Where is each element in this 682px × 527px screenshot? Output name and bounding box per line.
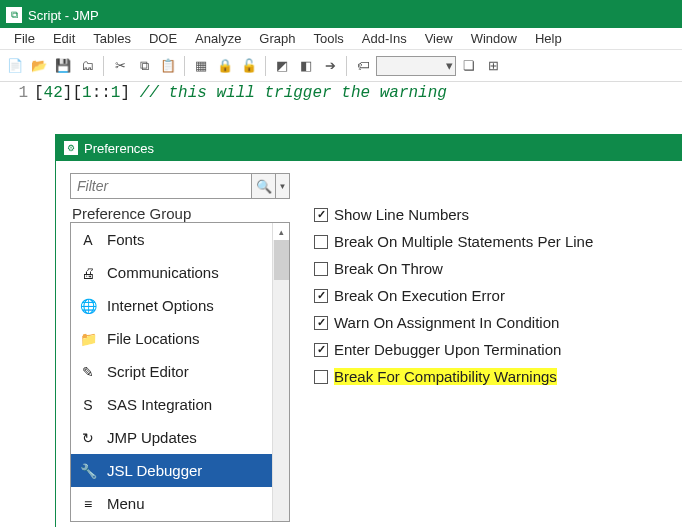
sidebar-item-label: File Locations (107, 330, 200, 347)
checkbox[interactable] (314, 208, 328, 222)
tool4-icon[interactable]: ❏ (458, 55, 480, 77)
tool3-icon[interactable]: ➔ (319, 55, 341, 77)
sidebar-item-label: Communications (107, 264, 219, 281)
tag-icon[interactable]: 🏷 (352, 55, 374, 77)
menu-icon: ≡ (77, 493, 99, 515)
sas-integration-icon: S (77, 394, 99, 416)
internet-options-icon: 🌐 (77, 295, 99, 317)
code-bracket-icon: ][ (63, 84, 82, 102)
scrollbar[interactable]: ▴ (272, 223, 289, 521)
tool1-icon[interactable]: ◩ (271, 55, 293, 77)
code-number: 1 (82, 84, 92, 102)
sidebar-item-file-locations[interactable]: 📁File Locations (71, 322, 272, 355)
code-number: 42 (44, 84, 63, 102)
option-break-on-multiple-statements-per-line[interactable]: Break On Multiple Statements Per Line (314, 228, 668, 255)
checkbox[interactable] (314, 343, 328, 357)
sidebar-item-jmp-updates[interactable]: ↻JMP Updates (71, 421, 272, 454)
option-label: Enter Debugger Upon Termination (334, 341, 561, 358)
menu-tables[interactable]: Tables (85, 30, 139, 47)
unlock-icon[interactable]: 🔓 (238, 55, 260, 77)
code-colon-icon: :: (92, 84, 111, 102)
app-icon: ⧉ (6, 7, 22, 23)
menu-edit[interactable]: Edit (45, 30, 83, 47)
code-bracket-icon: ] (120, 84, 139, 102)
sidebar-item-sas-integration[interactable]: SSAS Integration (71, 388, 272, 421)
option-label: Break For Compatibility Warnings (334, 368, 557, 385)
menu-window[interactable]: Window (463, 30, 525, 47)
window-title: Script - JMP (28, 8, 99, 23)
filter-input[interactable]: Filter (70, 173, 252, 199)
tool2-icon[interactable]: ◧ (295, 55, 317, 77)
menu-file[interactable]: File (6, 30, 43, 47)
sidebar-item-jsl-debugger[interactable]: 🔧JSL Debugger (71, 454, 272, 487)
option-break-on-throw[interactable]: Break On Throw (314, 255, 668, 282)
save-icon[interactable]: 💾 (52, 55, 74, 77)
checkbox[interactable] (314, 316, 328, 330)
communications-icon: 🖨 (77, 262, 99, 284)
sidebar-item-label: JMP Updates (107, 429, 197, 446)
save-all-icon[interactable]: 🗂 (76, 55, 98, 77)
preferences-titlebar: ⚙ Preferences (56, 135, 682, 161)
checkbox[interactable] (314, 235, 328, 249)
menu-help[interactable]: Help (527, 30, 570, 47)
option-label: Break On Multiple Statements Per Line (334, 233, 593, 250)
sidebar-item-label: Menu (107, 495, 145, 512)
toolbar-separator (346, 56, 347, 76)
option-label: Warn On Assignment In Condition (334, 314, 559, 331)
copy-icon[interactable]: ⧉ (133, 55, 155, 77)
toolbar-separator (103, 56, 104, 76)
option-break-on-execution-error[interactable]: Break On Execution Error (314, 282, 668, 309)
search-icon[interactable]: 🔍 (252, 173, 276, 199)
menu-addins[interactable]: Add-Ins (354, 30, 415, 47)
option-show-line-numbers[interactable]: Show Line Numbers (314, 201, 668, 228)
paste-icon[interactable]: 📋 (157, 55, 179, 77)
scroll-thumb[interactable] (274, 240, 289, 280)
jmp-updates-icon: ↻ (77, 427, 99, 449)
tool5-icon[interactable]: ⊞ (482, 55, 504, 77)
sidebar-item-fonts[interactable]: AFonts (71, 223, 272, 256)
sidebar-item-label: Fonts (107, 231, 145, 248)
sidebar-item-script-editor[interactable]: ✎Script Editor (71, 355, 272, 388)
preferences-title: Preferences (84, 141, 154, 156)
script-editor-icon: ✎ (77, 361, 99, 383)
fonts-icon: A (77, 229, 99, 251)
checkbox[interactable] (314, 262, 328, 276)
preference-group-list: AFonts🖨Communications🌐Internet Options📁F… (70, 222, 290, 522)
option-enter-debugger-upon-termination[interactable]: Enter Debugger Upon Termination (314, 336, 668, 363)
menu-doe[interactable]: DOE (141, 30, 185, 47)
menubar: File Edit Tables DOE Analyze Graph Tools… (0, 28, 682, 50)
option-warn-on-assignment-in-condition[interactable]: Warn On Assignment In Condition (314, 309, 668, 336)
toolbar-combo[interactable]: ▾ (376, 56, 456, 76)
table-icon[interactable]: ▦ (190, 55, 212, 77)
open-icon[interactable]: 📂 (28, 55, 50, 77)
option-label: Show Line Numbers (334, 206, 469, 223)
menu-analyze[interactable]: Analyze (187, 30, 249, 47)
sidebar-item-internet-options[interactable]: 🌐Internet Options (71, 289, 272, 322)
checkbox[interactable] (314, 289, 328, 303)
lock-icon[interactable]: 🔒 (214, 55, 236, 77)
preference-group-label: Preference Group (72, 205, 290, 222)
menu-tools[interactable]: Tools (306, 30, 352, 47)
checkbox[interactable] (314, 370, 328, 384)
option-label: Break On Throw (334, 260, 443, 277)
preferences-icon: ⚙ (64, 141, 78, 155)
menu-graph[interactable]: Graph (251, 30, 303, 47)
code-number: 1 (111, 84, 121, 102)
cut-icon[interactable]: ✂ (109, 55, 131, 77)
file-locations-icon: 📁 (77, 328, 99, 350)
code-comment: // this will trigger the warning (140, 84, 447, 102)
sidebar-item-menu[interactable]: ≡Menu (71, 487, 272, 520)
option-break-for-compatibility-warnings[interactable]: Break For Compatibility Warnings (314, 363, 668, 390)
line-number: 1 (6, 84, 34, 102)
toolbar: 📄 📂 💾 🗂 ✂ ⧉ 📋 ▦ 🔒 🔓 ◩ ◧ ➔ 🏷 ▾ ❏ ⊞ (0, 50, 682, 82)
preferences-window: ⚙ Preferences Filter 🔍 ▼ Preference Grou… (56, 135, 682, 527)
new-icon[interactable]: 📄 (4, 55, 26, 77)
menu-view[interactable]: View (417, 30, 461, 47)
filter-dropdown-icon[interactable]: ▼ (276, 173, 290, 199)
toolbar-separator (184, 56, 185, 76)
code-editor[interactable]: 1 [42][1::1] // this will trigger the wa… (0, 82, 682, 122)
preference-options: Show Line NumbersBreak On Multiple State… (314, 173, 668, 527)
sidebar-item-communications[interactable]: 🖨Communications (71, 256, 272, 289)
scroll-up-icon[interactable]: ▴ (273, 223, 289, 240)
code-line: [42][1::1] // this will trigger the warn… (34, 84, 447, 102)
